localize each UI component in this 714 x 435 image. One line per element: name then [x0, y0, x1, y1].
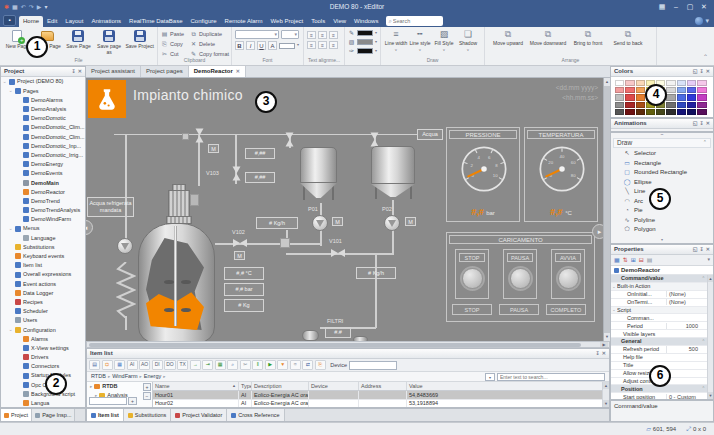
caricamento-panel[interactable]: CARICAMENTO STOP PAUSA AVVIA	[446, 232, 595, 322]
value-display[interactable]: # Kg	[224, 299, 264, 312]
draw-tool[interactable]: ▢ Rounded Rectangle	[611, 168, 713, 178]
italic-button[interactable]: I	[246, 41, 255, 50]
remove-icon[interactable]: ⊟	[639, 257, 644, 264]
datetime-placeholder[interactable]: <dd.mm yyyy> <hh.mm.ss>	[556, 83, 598, 103]
add-button[interactable]: +	[128, 397, 137, 405]
tab-demoreactor[interactable]: DemoReactor✕	[189, 66, 246, 77]
draw-style-button[interactable]: ❏Shadow˅	[456, 29, 480, 57]
status-box[interactable]: STOP	[452, 304, 492, 315]
toolbar-icon[interactable]: ▼	[277, 360, 288, 370]
ribbon-tab[interactable]: Web Project	[267, 16, 308, 27]
property-row[interactable]: Comman...	[611, 314, 707, 322]
tank-1[interactable]	[300, 147, 337, 183]
color-swatch[interactable]	[687, 94, 696, 100]
toolbar-icon[interactable]: ⌾	[290, 360, 301, 370]
property-row[interactable]: OnInitial... (None)	[611, 291, 707, 299]
color-swatch[interactable]	[625, 87, 634, 93]
toolbar-icon[interactable]: ✂	[240, 360, 251, 370]
ribbon-tab[interactable]: Configure	[187, 16, 221, 27]
table-row[interactable]: Hour01 AI Eolico-Energia AC oraria ... 5…	[153, 391, 609, 400]
property-row[interactable]: Start position 0 - Custom	[611, 393, 707, 399]
left-panel-tab[interactable]: Page Insp...	[32, 409, 75, 421]
project-tree-item[interactable]: ⌄ Configuration	[1, 325, 85, 334]
draw-tool[interactable]: ⬠ Polygon	[611, 225, 713, 235]
color-swatch[interactable]	[625, 102, 634, 108]
ribbon-tab[interactable]: Layout	[61, 16, 87, 27]
toolbar-icon[interactable]: ⇄	[302, 360, 313, 370]
draw-style-button[interactable]: ▨Fill Style˅	[432, 29, 456, 57]
project-tree-item[interactable]: Langua	[1, 399, 85, 407]
categorized-view-icon[interactable]: ▦	[614, 257, 620, 264]
align-top-left-button[interactable]: ≡	[307, 31, 316, 39]
window-control-icon[interactable]: –	[670, 3, 682, 11]
page-title[interactable]: Impianto chimico	[133, 87, 243, 103]
page-canvas[interactable]: Impianto chimico <dd.mm yyyy> <hh.mm.ss>…	[86, 78, 610, 341]
project-tree-item[interactable]: DemoMain	[1, 178, 85, 187]
color-swatch[interactable]	[666, 94, 675, 100]
value-display[interactable]: #,# bar	[224, 283, 264, 296]
scroll-down-icon[interactable]: ▼	[708, 392, 713, 399]
arrange-button[interactable]: ⧉Bring to front	[568, 29, 608, 57]
pin-icon[interactable]: ↧	[596, 351, 600, 357]
tree-expander-icon[interactable]: ⌄	[8, 226, 13, 232]
save-page-button[interactable]: Save Page	[64, 29, 93, 57]
arrange-button[interactable]: ⧉Send to back	[608, 29, 648, 57]
acqua-feed-label[interactable]: Acqua refrigeratamandata	[87, 197, 134, 217]
agitator-motor[interactable]	[168, 190, 190, 217]
toolbar-icon[interactable]: ⌕	[227, 360, 238, 370]
value-display[interactable]: #.#	[325, 327, 351, 338]
property-row[interactable]: ⌄ Script	[611, 307, 707, 315]
value-display[interactable]: #,##	[245, 148, 275, 159]
project-tree-item[interactable]: DemoDomotic	[1, 114, 85, 123]
color-swatch[interactable]	[666, 102, 675, 108]
project-tree-item[interactable]: DemoDomotic_Inp...	[1, 141, 85, 150]
toolbar-icon[interactable]: ‖	[252, 360, 263, 370]
window-controls[interactable]: ▦–▢✕	[656, 3, 714, 11]
status-box[interactable]: PAUSA	[499, 304, 539, 315]
toolbar-icon[interactable]: ▦	[114, 360, 125, 370]
property-row[interactable]: Refresh period 500	[611, 346, 707, 354]
color-swatch[interactable]	[615, 102, 624, 108]
canvas-vertical-scrollbar[interactable]: ▲ ▼	[603, 78, 610, 341]
project-tree-item[interactable]: X-View settings	[1, 343, 85, 352]
collapse-icon[interactable]: ⌃	[700, 339, 707, 344]
alphabetical-sort-icon[interactable]: ⇅	[623, 257, 628, 264]
scroll-down-icon[interactable]: ▼	[603, 400, 609, 407]
bottom-tab[interactable]: Substitutions	[124, 409, 172, 421]
color-swatch[interactable]	[636, 87, 645, 93]
page-nav-left-button[interactable]: ◂	[86, 220, 93, 235]
tab-project-assistant[interactable]: Project assistant	[86, 66, 141, 77]
collapse-button[interactable]: −	[143, 392, 151, 400]
color-swatch[interactable]	[636, 109, 645, 115]
ribbon-tab[interactable]: Remote Alarm	[221, 16, 267, 27]
color-swatch[interactable]	[615, 109, 624, 115]
property-row[interactable]: ⌄ Built-in Action	[611, 283, 707, 291]
pump-icon[interactable]	[117, 238, 133, 254]
tree-filter-input[interactable]	[89, 397, 127, 405]
color-swatch[interactable]	[687, 109, 696, 115]
valve-v102-icon[interactable]	[233, 239, 247, 248]
color-swatch[interactable]	[646, 109, 655, 115]
color-swatch[interactable]	[677, 94, 686, 100]
tree-expander-icon[interactable]: ⌄	[8, 88, 13, 94]
project-tree-item[interactable]: DemoTrend	[1, 196, 85, 205]
color-swatch[interactable]	[625, 94, 634, 100]
project-tree-item[interactable]: Alarms	[1, 334, 85, 343]
pin-icon[interactable]: ↧	[700, 247, 704, 253]
project-tree-item[interactable]: DemoAlarms	[1, 95, 85, 104]
project-tree-item[interactable]: DemoWindFarm	[1, 215, 85, 224]
value-display[interactable]: #,##	[245, 172, 275, 183]
color-swatch[interactable]	[677, 80, 686, 86]
project-tree-item[interactable]: Connectors	[1, 362, 85, 371]
draw-tool[interactable]: ∿ Polyline	[611, 216, 713, 226]
value-display[interactable]: # Kg/h	[256, 217, 298, 229]
project-tree-item[interactable]: Users	[1, 316, 85, 325]
text-color-picker[interactable]	[357, 48, 373, 54]
dock-icon[interactable]: ◱	[693, 121, 698, 127]
project-tree-item[interactable]: Recipes	[1, 298, 85, 307]
canvas-horizontal-scrollbar[interactable]: ▶	[86, 341, 610, 348]
ribbon-tab[interactable]: Home	[19, 16, 43, 27]
project-tree-item[interactable]: Startup Modules	[1, 371, 85, 380]
project-tree-item[interactable]: Scheduler	[1, 307, 85, 316]
color-swatch[interactable]	[677, 87, 686, 93]
